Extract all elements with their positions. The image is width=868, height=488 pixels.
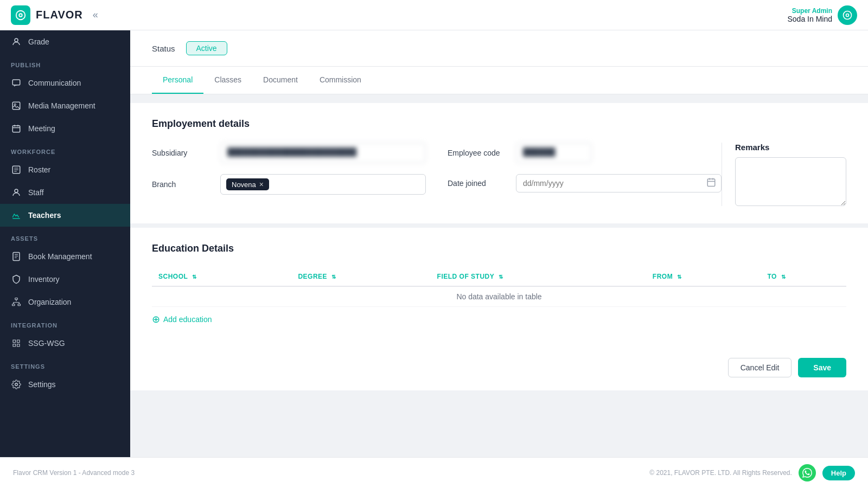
branch-tag-text: Novena <box>232 181 256 189</box>
sidebar-item-roster[interactable]: Roster <box>0 158 130 181</box>
whatsapp-button[interactable] <box>799 464 816 481</box>
sidebar-item-grade-label: Grade <box>28 37 49 46</box>
svg-rect-15 <box>12 304 15 306</box>
logo-text: FLAVOR <box>36 9 83 21</box>
sidebar-item-teachers-label: Teachers <box>28 211 61 220</box>
sidebar-item-grade[interactable]: Grade <box>0 30 130 53</box>
footer-version: Flavor CRM Version 1 - Advanced mode 3 <box>13 469 135 477</box>
employee-code-input[interactable]: ██████ <box>516 143 592 163</box>
svg-rect-7 <box>12 80 20 85</box>
sidebar-item-meeting-label: Meeting <box>28 124 55 133</box>
employee-code-label: Employee code <box>448 149 507 157</box>
subsidiary-group: Subsidiary ████████████████████████ <box>152 143 426 163</box>
sidebar-section-settings: SETTINGS <box>0 355 130 373</box>
subsidiary-row: Subsidiary ████████████████████████ Empl… <box>152 143 722 163</box>
collapse-icon[interactable]: « <box>93 9 98 21</box>
branch-label: Branch <box>152 180 212 189</box>
no-data-message: No data available in table <box>152 286 846 307</box>
book-icon <box>11 251 22 262</box>
branch-tag: Novena × <box>226 178 269 190</box>
employment-form-left: Subsidiary ████████████████████████ Empl… <box>152 143 722 206</box>
sidebar-item-inventory[interactable]: Inventory <box>0 268 130 291</box>
sort-from-icon: ⇅ <box>677 274 682 280</box>
status-badge: Active <box>186 41 227 55</box>
sidebar: Grade PUBLISH Communication Media Manage… <box>0 30 130 457</box>
date-joined-input[interactable] <box>516 174 722 192</box>
sidebar-item-ssg-wsg[interactable]: SSG-WSG <box>0 332 130 355</box>
help-button[interactable]: Help <box>822 466 855 480</box>
sidebar-item-communication[interactable]: Communication <box>0 72 130 94</box>
logo-area: FLAVOR « <box>11 5 98 25</box>
svg-rect-16 <box>18 304 21 306</box>
sidebar-item-media-management[interactable]: Media Management <box>0 94 130 117</box>
footer-copyright: © 2021, FLAVOR PTE. LTD. All Rights Rese… <box>649 469 792 477</box>
branch-tag-close[interactable]: × <box>259 180 264 189</box>
user-info: Super Admin Soda In Mind <box>788 7 833 23</box>
save-button[interactable]: Save <box>798 358 846 377</box>
col-school[interactable]: SCHOOL ⇅ <box>152 267 291 286</box>
svg-point-5 <box>846 14 848 16</box>
sidebar-item-organization[interactable]: Organization <box>0 291 130 313</box>
content-area: Status Active Personal Classes Document … <box>130 30 868 457</box>
footer: Flavor CRM Version 1 - Advanced mode 3 ©… <box>0 457 868 488</box>
col-from[interactable]: FROM ⇅ <box>646 267 761 286</box>
tab-personal[interactable]: Personal <box>152 67 203 94</box>
remarks-panel: Remarks <box>722 143 846 206</box>
education-no-data-row: No data available in table <box>152 286 846 307</box>
sidebar-item-ssg-label: SSG-WSG <box>28 339 65 348</box>
svg-rect-13 <box>13 253 20 261</box>
education-table: SCHOOL ⇅ DEGREE ⇅ FIELD OF STUDY ⇅ FRO <box>152 267 846 307</box>
employment-section: Employement details Subsidiary █████████… <box>130 103 868 223</box>
staff-icon <box>11 187 22 198</box>
col-field-of-study[interactable]: FIELD OF STUDY ⇅ <box>431 267 646 286</box>
sidebar-item-book-label: Book Management <box>28 252 92 261</box>
footer-right: © 2021, FLAVOR PTE. LTD. All Rights Rese… <box>649 464 855 481</box>
date-joined-label: Date joined <box>448 179 507 188</box>
date-joined-group: Date joined <box>448 174 722 192</box>
col-to[interactable]: TO ⇅ <box>761 267 846 286</box>
sidebar-item-communication-label: Communication <box>28 79 81 87</box>
svg-point-6 <box>15 38 18 42</box>
org-icon <box>11 297 22 307</box>
svg-point-9 <box>14 104 16 105</box>
svg-point-17 <box>15 383 18 386</box>
sidebar-item-book-management[interactable]: Book Management <box>0 245 130 268</box>
subsidiary-input[interactable]: ████████████████████████ <box>220 143 426 163</box>
branch-input[interactable]: Novena × <box>220 174 426 195</box>
sort-degree-icon: ⇅ <box>331 274 336 280</box>
teachers-icon <box>11 210 22 221</box>
svg-rect-14 <box>15 298 18 300</box>
sidebar-item-staff-label: Staff <box>28 188 44 197</box>
person-icon <box>11 36 22 47</box>
inventory-icon <box>11 274 22 285</box>
remarks-textarea[interactable] <box>735 157 846 206</box>
action-bar: Cancel Edit Save <box>130 345 868 390</box>
sidebar-item-staff[interactable]: Staff <box>0 181 130 204</box>
cancel-button[interactable]: Cancel Edit <box>728 358 792 377</box>
employment-title: Employement details <box>152 118 846 130</box>
sidebar-section-integration: INTEGRATION <box>0 313 130 332</box>
user-avatar <box>838 5 857 25</box>
sidebar-item-roster-label: Roster <box>28 165 50 174</box>
svg-point-12 <box>15 189 18 192</box>
sidebar-item-inventory-label: Inventory <box>28 275 60 284</box>
education-section: Education Details SCHOOL ⇅ DEGREE ⇅ FI <box>130 228 868 345</box>
tab-commission[interactable]: Commission <box>309 67 372 94</box>
user-name: Soda In Mind <box>788 15 833 23</box>
sidebar-item-meeting[interactable]: Meeting <box>0 117 130 140</box>
date-joined-wrap <box>516 174 722 192</box>
sidebar-section-assets: ASSETS <box>0 227 130 245</box>
tab-classes[interactable]: Classes <box>203 67 252 94</box>
calendar-icon <box>706 177 716 189</box>
add-education-button[interactable]: ⊕ Add education <box>152 307 846 328</box>
add-education-label: Add education <box>163 315 212 324</box>
sidebar-item-settings[interactable]: Settings <box>0 373 130 396</box>
chat-icon <box>11 78 22 88</box>
tab-document[interactable]: Document <box>252 67 309 94</box>
sidebar-item-org-label: Organization <box>28 298 71 306</box>
sidebar-item-teachers[interactable]: Teachers <box>0 204 130 227</box>
col-degree[interactable]: DEGREE ⇅ <box>291 267 430 286</box>
sidebar-section-publish: PUBLISH <box>0 53 130 72</box>
subsidiary-label: Subsidiary <box>152 149 212 157</box>
employee-code-group: Employee code ██████ <box>448 143 722 163</box>
